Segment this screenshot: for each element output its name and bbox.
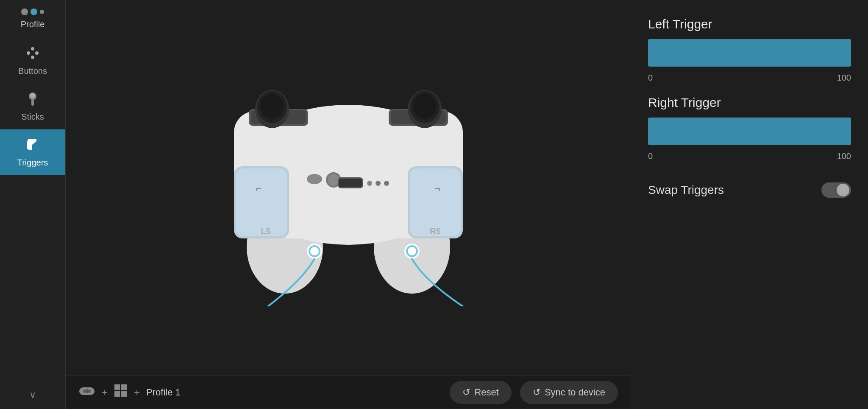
left-trigger-max: 100 <box>837 73 851 83</box>
svg-rect-14 <box>410 168 461 236</box>
left-trigger-range: 0 100 <box>648 73 851 83</box>
left-trigger-section: Left Trigger 0 100 <box>648 17 851 83</box>
svg-point-34 <box>384 181 389 186</box>
svg-rect-12 <box>236 168 287 236</box>
windows-icon <box>114 384 128 401</box>
sidebar-item-triggers[interactable]: Triggers <box>0 129 65 175</box>
swap-triggers-toggle[interactable] <box>821 182 851 198</box>
left-trigger-bar[interactable] <box>648 39 851 67</box>
right-trigger-max: 100 <box>837 151 851 161</box>
svg-rect-48 <box>114 384 120 390</box>
sticks-icon <box>26 91 39 109</box>
svg-rect-47 <box>84 390 89 392</box>
right-trigger-range: 0 100 <box>648 151 851 161</box>
sidebar-item-sticks[interactable]: Sticks <box>0 84 65 129</box>
swap-triggers-label: Swap Triggers <box>648 183 724 197</box>
svg-point-23 <box>260 93 284 119</box>
sync-label: Sync to device <box>545 387 605 398</box>
right-trigger-title: Right Trigger <box>648 95 851 110</box>
svg-rect-49 <box>121 384 127 390</box>
controller-icon <box>78 384 95 401</box>
bottom-actions: ↺ Reset ↺ Sync to device <box>450 381 618 404</box>
svg-rect-51 <box>121 391 127 397</box>
profile-label: Profile <box>21 20 45 29</box>
toggle-knob <box>837 184 849 196</box>
svg-point-37 <box>310 247 319 255</box>
svg-point-27 <box>307 174 322 184</box>
svg-text:¬: ¬ <box>434 182 440 194</box>
buttons-icon <box>25 45 40 64</box>
controller-area: ⌐ ¬ <box>66 0 631 375</box>
triggers-icon <box>25 137 40 155</box>
controller-image: ⌐ ¬ <box>183 69 514 306</box>
svg-point-33 <box>376 181 381 186</box>
right-trigger-min: 0 <box>648 151 653 161</box>
svg-text:L5: L5 <box>261 227 270 236</box>
sticks-label: Sticks <box>21 112 44 122</box>
right-panel: Left Trigger 0 100 Right Trigger 0 100 S… <box>631 0 868 409</box>
bottom-bar: + + Profile 1 ↺ Reset ↺ Sync to devic <box>66 375 631 409</box>
sync-icon: ↺ <box>533 387 540 398</box>
controller-wrapper: ⌐ ¬ <box>183 69 514 306</box>
triggers-label: Triggers <box>17 158 48 168</box>
plus-2: + <box>134 387 140 398</box>
svg-point-32 <box>367 181 372 186</box>
svg-point-26 <box>413 93 437 119</box>
left-trigger-title: Left Trigger <box>648 17 851 31</box>
reset-icon: ↺ <box>462 387 470 398</box>
sync-button[interactable]: ↺ Sync to device <box>520 381 618 404</box>
svg-rect-6 <box>31 100 34 106</box>
sidebar-item-buttons[interactable]: Buttons <box>0 38 65 84</box>
reset-button[interactable]: ↺ Reset <box>450 381 511 404</box>
profile-dots <box>21 8 44 15</box>
swap-triggers-row: Swap Triggers <box>648 178 851 198</box>
dot-1 <box>21 8 28 15</box>
left-trigger-min: 0 <box>648 73 653 83</box>
right-trigger-section: Right Trigger 0 100 <box>648 95 851 161</box>
sidebar-chevron[interactable]: ∨ <box>29 389 36 401</box>
svg-point-29 <box>328 174 339 186</box>
svg-rect-50 <box>114 391 120 397</box>
svg-point-3 <box>27 51 30 55</box>
svg-text:⌐: ⌐ <box>255 182 261 194</box>
dot-3 <box>40 10 44 14</box>
svg-point-1 <box>35 51 39 55</box>
center-panel: ⌐ ¬ <box>66 0 631 409</box>
reset-label: Reset <box>474 387 498 398</box>
svg-point-0 <box>31 47 34 50</box>
svg-point-5 <box>30 93 35 98</box>
svg-point-40 <box>408 247 416 255</box>
main-layout: Profile Buttons Stic <box>0 0 868 409</box>
sidebar: Profile Buttons Stic <box>0 0 66 409</box>
svg-point-2 <box>31 56 34 59</box>
plus-1: + <box>102 387 108 398</box>
right-trigger-bar[interactable] <box>648 118 851 145</box>
buttons-label: Buttons <box>18 66 47 76</box>
svg-text:R5: R5 <box>430 227 441 236</box>
dot-2 <box>31 8 37 15</box>
profile-1-label: Profile 1 <box>146 387 181 398</box>
svg-rect-31 <box>339 179 362 187</box>
